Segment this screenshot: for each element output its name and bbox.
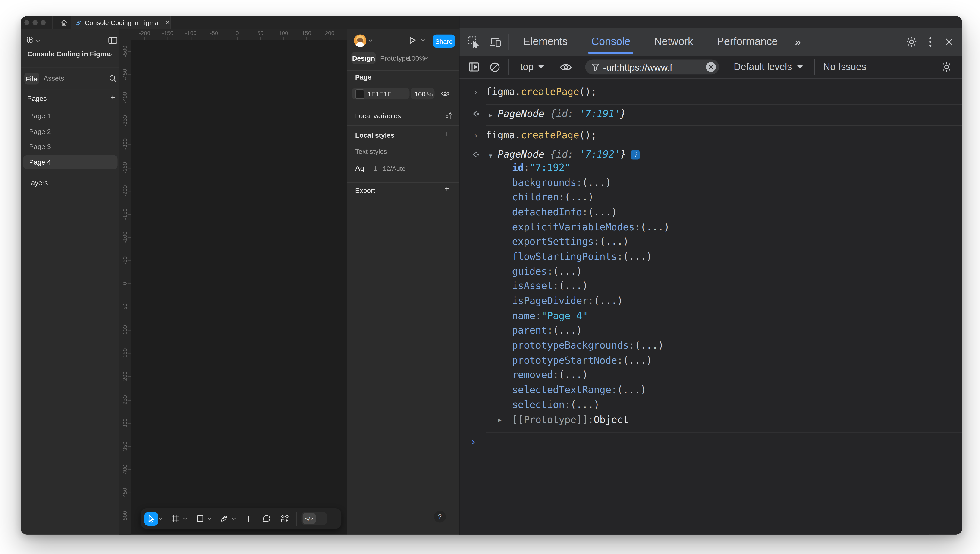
- console-filter[interactable]: [585, 59, 719, 75]
- home-button[interactable]: [57, 16, 70, 29]
- console-sidebar-button[interactable]: [463, 56, 485, 78]
- devtools-tab-performance[interactable]: Performance: [705, 28, 790, 56]
- window-close-button[interactable]: [25, 20, 29, 25]
- search-icon[interactable]: [108, 74, 117, 82]
- property-value[interactable]: (...): [588, 206, 617, 218]
- collapse-triangle-icon[interactable]: ▼: [489, 153, 498, 159]
- object-property[interactable]: isPageDivider: (...): [460, 294, 962, 308]
- property-value[interactable]: (...): [559, 281, 588, 292]
- variables-sliders-icon[interactable]: [445, 112, 453, 120]
- property-value[interactable]: (...): [570, 399, 600, 410]
- object-property[interactable]: parent: (...): [460, 323, 962, 338]
- object-property[interactable]: detachedInfo: (...): [460, 205, 962, 220]
- clear-filter-button[interactable]: [706, 62, 716, 72]
- share-button[interactable]: Share: [433, 35, 455, 48]
- issues-counter[interactable]: No Issues: [823, 61, 866, 73]
- chevron-down-icon[interactable]: [183, 517, 187, 520]
- devtools-tab-elements[interactable]: Elements: [512, 28, 580, 56]
- device-toolbar-button[interactable]: [484, 31, 506, 53]
- object-property[interactable]: explicitVariableModes: (...): [460, 220, 962, 234]
- inspect-element-button[interactable]: [463, 31, 485, 53]
- info-badge[interactable]: i: [631, 150, 640, 160]
- actions-tool-button[interactable]: [278, 512, 292, 525]
- property-value[interactable]: (...): [582, 177, 611, 188]
- filter-input[interactable]: [603, 62, 702, 72]
- sidebar-page-item[interactable]: Page 2: [29, 124, 51, 138]
- avatar[interactable]: [354, 34, 366, 46]
- property-value[interactable]: (...): [559, 369, 588, 381]
- window-zoom-button[interactable]: [41, 20, 46, 25]
- object-property[interactable]: exportSettings: (...): [460, 234, 962, 249]
- present-play-icon[interactable]: [409, 37, 416, 45]
- property-value[interactable]: (...): [641, 221, 670, 233]
- property-value[interactable]: (...): [600, 236, 629, 247]
- console-command[interactable]: › figma.createPage();: [460, 127, 962, 143]
- figma-logo-icon[interactable]: [25, 37, 33, 46]
- devtools-menu-button[interactable]: [922, 31, 938, 53]
- console-command[interactable]: › figma.createPage();: [460, 84, 962, 100]
- chevron-down-icon[interactable]: [207, 517, 211, 520]
- pen-tool-button[interactable]: [218, 512, 231, 525]
- object-property[interactable]: id: "7:192": [460, 160, 962, 175]
- property-value[interactable]: (...): [565, 192, 594, 203]
- devtools-close-button[interactable]: [938, 31, 959, 53]
- property-value[interactable]: (...): [594, 295, 623, 307]
- shape-tool-button[interactable]: [193, 512, 207, 525]
- text-style-item[interactable]: Ag 1 · 12/Auto: [355, 162, 406, 173]
- object-property[interactable]: removed: (...): [460, 368, 962, 383]
- object-property[interactable]: name: "Page 4": [460, 308, 962, 323]
- comment-tool-button[interactable]: [260, 512, 274, 525]
- property-value[interactable]: (...): [553, 325, 582, 336]
- text-tool-button[interactable]: [242, 512, 256, 525]
- console-settings-button[interactable]: [936, 56, 957, 78]
- expand-triangle-icon[interactable]: ▶: [489, 112, 498, 118]
- property-value[interactable]: (...): [623, 251, 652, 262]
- chevron-down-icon[interactable]: [368, 39, 372, 42]
- object-property[interactable]: prototypeBackgrounds: (...): [460, 338, 962, 353]
- dev-mode-toggle[interactable]: </>: [301, 512, 327, 525]
- object-property[interactable]: guides: (...): [460, 264, 962, 279]
- tab-assets[interactable]: Assets: [43, 74, 64, 82]
- devtools-tab-network[interactable]: Network: [643, 28, 705, 56]
- eye-icon[interactable]: [441, 90, 449, 97]
- chevron-down-icon[interactable]: [159, 517, 162, 520]
- sidebar-page-item[interactable]: Page 3: [29, 140, 51, 153]
- property-value[interactable]: (...): [635, 340, 664, 351]
- zoom-level[interactable]: 100%: [407, 54, 425, 62]
- expand-triangle-icon[interactable]: ▶: [498, 417, 507, 423]
- prototype-row[interactable]: ▶[[Prototype]]: Object: [460, 412, 962, 427]
- color-swatch[interactable]: [355, 89, 365, 99]
- file-name-row[interactable]: Console Coding in Figma: [21, 50, 120, 59]
- chevron-down-icon[interactable]: [421, 39, 425, 42]
- tab-file[interactable]: File: [24, 73, 39, 85]
- chevron-down-icon[interactable]: [35, 39, 40, 43]
- page-color-field[interactable]: 1E1E1E: [352, 88, 409, 99]
- page-opacity-field[interactable]: 100 %: [411, 88, 435, 99]
- add-style-button[interactable]: +: [445, 129, 449, 138]
- console-result[interactable]: ▶PageNode {id: '7:191'}: [460, 106, 962, 122]
- devtools-tab-console[interactable]: Console: [580, 28, 643, 56]
- figma-file-tab[interactable]: Console Coding in Figma ✕: [71, 16, 170, 29]
- devtools-settings-button[interactable]: [901, 31, 922, 53]
- object-property[interactable]: backgrounds: (...): [460, 175, 962, 190]
- object-property[interactable]: isAsset: (...): [460, 279, 962, 294]
- object-property[interactable]: selection: (...): [460, 398, 962, 412]
- frame-tool-button[interactable]: [169, 512, 183, 525]
- move-tool-button[interactable]: [145, 512, 158, 525]
- log-levels-selector[interactable]: Default levels: [734, 61, 803, 73]
- chevron-down-icon[interactable]: [232, 517, 236, 520]
- property-value[interactable]: (...): [617, 384, 646, 396]
- canvas[interactable]: -200-150-100-50050100150200 -500-450-400…: [120, 29, 347, 535]
- new-tab-button[interactable]: +: [180, 16, 192, 29]
- context-selector[interactable]: top: [520, 61, 544, 73]
- toggle-sidebar-icon[interactable]: [108, 36, 118, 44]
- object-property[interactable]: selectedTextRange: (...): [460, 383, 962, 398]
- sidebar-page-item[interactable]: Page 4: [29, 155, 51, 169]
- live-expression-button[interactable]: [555, 56, 576, 78]
- property-value[interactable]: (...): [553, 266, 582, 277]
- property-value[interactable]: (...): [623, 354, 652, 366]
- object-property[interactable]: prototypeStartNode: (...): [460, 353, 962, 368]
- chevron-down-icon[interactable]: [424, 56, 428, 59]
- window-minimize-button[interactable]: [33, 20, 38, 25]
- more-tabs-button[interactable]: »: [790, 28, 805, 56]
